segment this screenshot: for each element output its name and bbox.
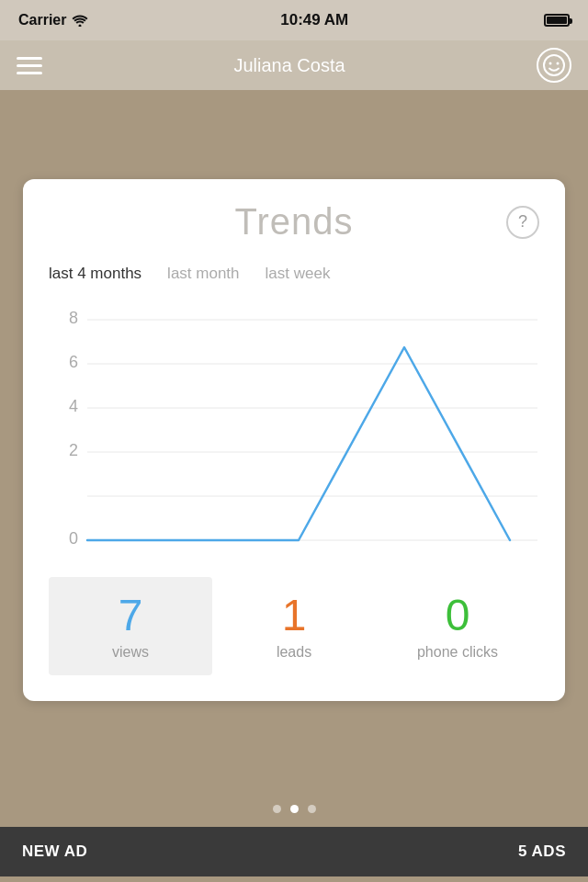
time-filters: last 4 months last month last week xyxy=(49,261,539,287)
bottom-bar: NEW AD 5 ADS xyxy=(0,827,588,876)
svg-text:4: 4 xyxy=(69,397,78,415)
filter-4months[interactable]: last 4 months xyxy=(49,261,141,287)
hamburger-button[interactable] xyxy=(17,57,42,74)
stat-leads[interactable]: 1 leads xyxy=(212,577,376,675)
card-header: Trends ? xyxy=(49,201,539,243)
dot-2[interactable] xyxy=(290,805,299,813)
trends-card: Trends ? last 4 months last month last w… xyxy=(23,179,565,701)
svg-text:6: 6 xyxy=(69,353,78,371)
battery-area xyxy=(540,14,570,27)
filter-month[interactable]: last month xyxy=(167,261,239,287)
wifi-icon xyxy=(72,14,88,27)
help-button[interactable]: ? xyxy=(506,206,539,239)
card-title: Trends xyxy=(234,201,353,243)
svg-text:2: 2 xyxy=(69,441,78,459)
svg-point-2 xyxy=(549,62,552,65)
clicks-value: 0 xyxy=(446,592,470,640)
leads-label: leads xyxy=(277,644,311,661)
svg-point-1 xyxy=(544,55,564,75)
stat-phone-clicks[interactable]: 0 phone clicks xyxy=(376,577,539,675)
chart-container: 8 6 4 2 0 xyxy=(49,301,539,577)
smiley-button[interactable] xyxy=(537,48,571,83)
carrier-text: Carrier xyxy=(18,12,66,28)
smiley-icon xyxy=(542,53,566,77)
dot-3[interactable] xyxy=(308,805,316,813)
ads-count-button[interactable]: 5 ADS xyxy=(518,842,566,861)
content-area: Trends ? last 4 months last month last w… xyxy=(0,90,588,790)
filter-week[interactable]: last week xyxy=(266,261,331,287)
nav-title: Juliana Costa xyxy=(233,55,345,76)
trend-chart: 8 6 4 2 0 xyxy=(49,301,539,577)
stats-row: 7 views 1 leads 0 phone clicks xyxy=(49,577,539,675)
views-label: views xyxy=(112,644,149,661)
svg-text:8: 8 xyxy=(69,309,78,327)
status-bar: Carrier 10:49 AM xyxy=(0,0,588,40)
svg-point-3 xyxy=(557,62,560,65)
battery-icon xyxy=(544,14,570,27)
dot-1[interactable] xyxy=(273,805,281,813)
clock: 10:49 AM xyxy=(280,11,348,29)
views-value: 7 xyxy=(119,592,143,640)
clicks-label: phone clicks xyxy=(417,644,498,661)
new-ad-button[interactable]: NEW AD xyxy=(22,842,87,861)
svg-point-0 xyxy=(79,25,82,28)
carrier-wifi: Carrier xyxy=(18,12,88,28)
stat-views[interactable]: 7 views xyxy=(49,577,212,675)
nav-bar: Juliana Costa xyxy=(0,40,588,90)
leads-value: 1 xyxy=(282,592,307,640)
pagination-dots xyxy=(0,790,588,827)
svg-text:0: 0 xyxy=(69,529,78,548)
